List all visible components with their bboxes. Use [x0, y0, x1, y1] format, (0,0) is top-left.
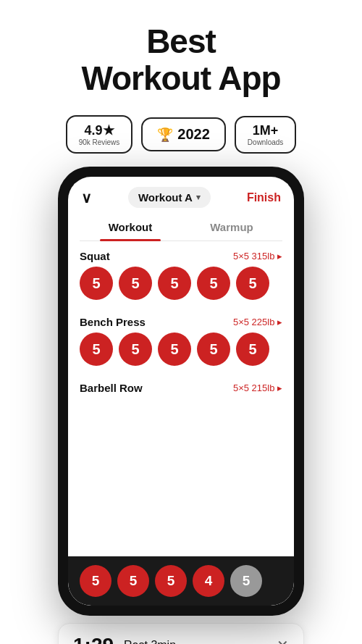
set-circle[interactable]: 5 [158, 333, 191, 366]
tab-warmup[interactable]: Warmup [181, 214, 282, 241]
set-circle[interactable]: 5 [119, 333, 152, 366]
set-circle[interactable]: 5 [80, 267, 113, 300]
finish-button[interactable]: Finish [247, 191, 281, 204]
set-circle[interactable]: 5 [119, 267, 152, 300]
rating-value: 4.9★ [84, 122, 114, 138]
set-circle[interactable]: 5 [197, 333, 230, 366]
sets-row-bench: 5 5 5 5 5 [80, 333, 282, 373]
app-tabs: Workout Warmup [80, 214, 282, 241]
app-topbar: ∨ Workout A ▾ Finish [68, 177, 294, 214]
bottom-set-circle[interactable]: 4 [193, 565, 224, 597]
exercise-info-barbell[interactable]: 5×5 215lb ▸ [233, 382, 282, 393]
award-year: 2022 [177, 126, 210, 143]
bottom-set-circle-inactive[interactable]: 5 [230, 565, 262, 597]
timer-label: Rest 3min. [124, 639, 266, 644]
sets-row-squat: 5 5 5 5 5 [80, 267, 282, 307]
close-icon[interactable]: ✕ [277, 637, 289, 644]
bottom-set-circle[interactable]: 5 [117, 565, 149, 597]
phone-mockup: ∨ Workout A ▾ Finish Workout Warmup [58, 167, 304, 616]
workout-selector[interactable]: Workout A ▾ [128, 187, 211, 208]
downloads-badge: 1M+ Downloads [235, 116, 296, 154]
bottom-sets-bar: 5 5 5 4 5 [68, 556, 294, 606]
bottom-set-circle[interactable]: 5 [80, 565, 111, 597]
set-circle[interactable]: 5 [236, 267, 269, 300]
header: Best Workout App [0, 0, 362, 108]
phone-outer: ∨ Workout A ▾ Finish Workout Warmup [58, 167, 304, 616]
trophy-icon: 🏆 [157, 127, 173, 143]
dropdown-arrow-icon: ▾ [196, 193, 201, 202]
phone-screen: ∨ Workout A ▾ Finish Workout Warmup [68, 177, 294, 606]
award-badge: 🏆 2022 [141, 117, 226, 151]
page-title: Best Workout App [14, 23, 348, 96]
exercise-info-bench[interactable]: 5×5 225lb ▸ [233, 317, 282, 327]
exercise-info-squat[interactable]: 5×5 315lb ▸ [233, 251, 282, 262]
rest-timer: 1:29 Rest 3min. ✕ [58, 623, 304, 644]
exercise-list: Squat 5×5 315lb ▸ 5 5 5 5 5 Bench Press … [68, 241, 294, 556]
timer-countdown: 1:29 [73, 634, 114, 644]
exercise-row-barbell: Barbell Row 5×5 215lb ▸ [80, 373, 282, 398]
bottom-set-circle[interactable]: 5 [155, 565, 187, 597]
set-circle[interactable]: 5 [80, 333, 113, 366]
downloads-sub: Downloads [248, 138, 283, 146]
badges-row: 4.9★ 90k Reviews 🏆 2022 1M+ Downloads [66, 115, 297, 154]
exercise-name-squat: Squat [80, 250, 110, 262]
exercise-name-bench: Bench Press [80, 316, 146, 328]
chevron-down-icon[interactable]: ∨ [81, 189, 92, 206]
exercise-name-barbell: Barbell Row [80, 382, 143, 394]
downloads-value: 1M+ [253, 123, 279, 138]
set-circle[interactable]: 5 [158, 267, 191, 300]
exercise-row-bench: Bench Press 5×5 225lb ▸ [80, 307, 282, 333]
exercise-row-squat: Squat 5×5 315lb ▸ [80, 241, 282, 267]
rating-badge: 4.9★ 90k Reviews [66, 115, 133, 154]
workout-name: Workout A [138, 191, 193, 204]
set-circle[interactable]: 5 [236, 333, 269, 366]
rating-sub: 90k Reviews [79, 138, 120, 146]
tab-workout[interactable]: Workout [80, 214, 181, 241]
set-circle[interactable]: 5 [197, 267, 230, 300]
